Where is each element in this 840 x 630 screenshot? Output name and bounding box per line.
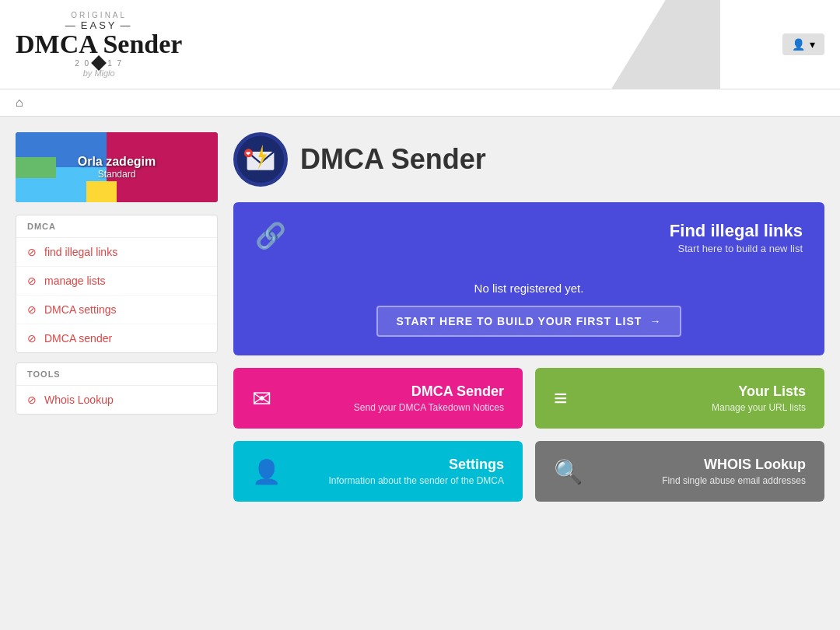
sidebar-dmca-header: DMCA [16,215,217,238]
dmca-sender-card-subtitle: Send your DMCA Takedown Notices [284,402,504,413]
logo-original: ORIGINAL [71,11,127,19]
settings-person-icon: 👤 [252,458,281,485]
sidebar-item-manage-lists[interactable]: ⊘ manage lists [16,267,217,296]
blue-card: 🔗 Find illegal links Start here to build… [233,202,824,355]
page-icon: ❤ [233,132,288,187]
dmca-sender-icon: ⊘ [27,332,37,345]
page-header: ❤ DMCA Sender [233,132,824,187]
blue-card-center: No list registered yet. START HERE TO BU… [255,282,803,337]
grid-card-whois[interactable]: 🔍 WHOIS Lookup Find single abuse email a… [535,441,824,502]
sidebar-item-dmca-sender[interactable]: ⊘ DMCA sender [16,324,217,352]
sidebar-item-whois-lookup[interactable]: ⊘ Whois Lookup [16,386,217,414]
arrow-icon: → [649,315,661,327]
build-list-button[interactable]: START HERE TO BUILD YOUR FIRST LIST → [376,306,682,337]
whois-card-subtitle: Find single abuse email addresses [595,475,806,486]
page-title: DMCA Sender [300,143,486,176]
sidebar-dmca-section: DMCA ⊘ find illegal links ⊘ manage lists… [16,215,218,353]
user-card-text: Orla zadegim Standard [16,132,218,202]
logo: ORIGINAL — EASY — DMCA Sender 2 0 1 7 by… [16,11,182,78]
dmca-sender-card-title: DMCA Sender [284,383,504,400]
dmca-settings-icon: ⊘ [27,303,37,316]
envelope-icon: ✉ [252,385,271,412]
manage-lists-icon: ⊘ [27,275,37,287]
user-name: Orla zadegim [78,155,156,169]
user-chevron-icon: ▾ [810,38,815,51]
page-icon-svg: ❤ [236,132,285,187]
header-diagonal [611,0,720,89]
main-layout: Orla zadegim Standard DMCA ⊘ find illega… [0,117,840,517]
grid-card-your-lists[interactable]: ≡ Your Lists Manage your URL lists [535,368,824,429]
grid-card-settings[interactable]: 👤 Settings Information about the sender … [233,441,523,502]
sidebar-tools-header: TOOLS [16,363,217,386]
sidebar-tools-section: TOOLS ⊘ Whois Lookup [16,362,218,415]
grid-card-dmca-sender[interactable]: ✉ DMCA Sender Send your DMCA Takedown No… [233,368,523,429]
sidebar: Orla zadegim Standard DMCA ⊘ find illega… [16,132,218,502]
user-card: Orla zadegim Standard [16,132,218,202]
breadcrumb-bar: ⌂ [0,89,840,117]
no-list-text: No list registered yet. [255,282,803,295]
logo-title: DMCA Sender [16,31,182,58]
header-diagonal-area [182,0,782,89]
header: ORIGINAL — EASY — DMCA Sender 2 0 1 7 by… [0,0,840,89]
blue-card-title: Find illegal links [670,221,803,241]
home-icon[interactable]: ⌂ [16,96,23,110]
find-illegal-links-icon: ⊘ [27,246,37,258]
content-area: ❤ DMCA Sender 🔗 Find illegal links Start… [233,132,824,502]
bottom-grid: ✉ DMCA Sender Send your DMCA Takedown No… [233,368,824,502]
user-level: Standard [98,169,136,180]
user-icon: 👤 [792,38,805,51]
sidebar-item-find-illegal-links[interactable]: ⊘ find illegal links [16,238,217,267]
whois-icon: ⊘ [27,394,37,406]
user-menu-button[interactable]: 👤 ▾ [782,33,824,55]
blue-card-subtitle: Start here to build a new list [678,243,803,254]
sidebar-item-dmca-settings[interactable]: ⊘ DMCA settings [16,296,217,324]
your-lists-card-subtitle: Manage your URL lists [580,402,806,413]
svg-text:❤: ❤ [246,150,250,157]
settings-card-title: Settings [293,457,504,473]
whois-card-title: WHOIS Lookup [595,457,806,473]
your-lists-card-title: Your Lists [580,383,806,400]
settings-card-subtitle: Information about the sender of the DMCA [293,475,504,486]
search-icon: 🔍 [554,458,583,485]
lists-icon: ≡ [554,385,568,411]
